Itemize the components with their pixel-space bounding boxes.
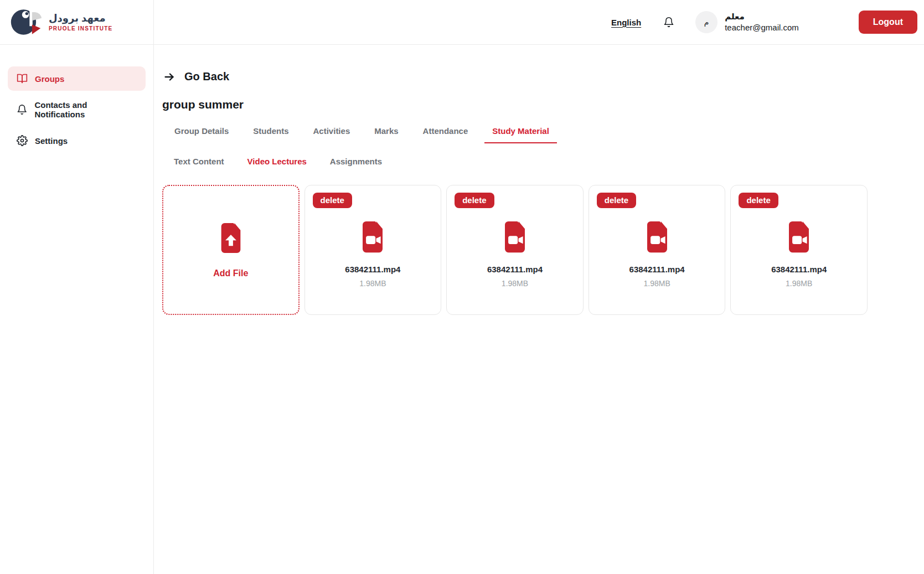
notifications-bell-button[interactable] bbox=[663, 17, 674, 28]
delete-file-button[interactable]: delete bbox=[597, 193, 636, 208]
sidebar-nav: Groups Contacts and Notifications Settin… bbox=[0, 45, 153, 153]
video-file-icon bbox=[784, 220, 814, 254]
add-file-label: Add File bbox=[213, 268, 248, 278]
app-window: معهد برودل PRUOLE INSTITUTE Groups Conta… bbox=[0, 0, 924, 574]
video-file-card: delete 63842111.mp4 1.98MB bbox=[730, 185, 868, 315]
delete-file-button[interactable]: delete bbox=[739, 193, 778, 208]
sidebar: معهد برودل PRUOLE INSTITUTE Groups Conta… bbox=[0, 0, 154, 574]
sidebar-item-contacts-notifications[interactable]: Contacts and Notifications bbox=[8, 97, 146, 122]
file-upload-icon bbox=[216, 222, 245, 254]
file-name: 63842111.mp4 bbox=[629, 265, 685, 274]
tab-attendance[interactable]: Attendance bbox=[411, 126, 481, 143]
tab-activities[interactable]: Activities bbox=[301, 126, 363, 143]
brand-name-arabic: معهد برودل bbox=[49, 13, 106, 24]
sidebar-item-label: Groups bbox=[35, 74, 64, 84]
arrow-right-icon bbox=[162, 71, 177, 83]
delete-file-button[interactable]: delete bbox=[455, 193, 494, 208]
file-name: 63842111.mp4 bbox=[771, 265, 827, 274]
group-tabs: Group Details Students Activities Marks … bbox=[162, 126, 924, 143]
language-switch-link[interactable]: English bbox=[611, 18, 641, 27]
file-size: 1.98MB bbox=[643, 279, 670, 288]
bell-icon bbox=[663, 17, 674, 28]
tab-group-details[interactable]: Group Details bbox=[162, 126, 241, 143]
brand-logo: معهد برودل PRUOLE INSTITUTE bbox=[0, 0, 153, 45]
sidebar-item-label: Settings bbox=[35, 136, 68, 146]
sidebar-item-settings[interactable]: Settings bbox=[8, 128, 146, 153]
gear-icon bbox=[17, 135, 28, 146]
bell-icon bbox=[17, 104, 27, 115]
file-size: 1.98MB bbox=[786, 279, 812, 288]
toucan-logo-icon bbox=[10, 6, 42, 38]
logout-button[interactable]: Logout bbox=[859, 11, 917, 34]
sidebar-item-label: Contacts and Notifications bbox=[34, 100, 137, 119]
tab-study-material[interactable]: Study Material bbox=[480, 126, 561, 143]
subtab-assignments[interactable]: Assignments bbox=[318, 157, 394, 166]
sidebar-item-groups[interactable]: Groups bbox=[8, 66, 146, 91]
files-grid: Add File delete 63842111.mp4 1.98MB dele… bbox=[162, 185, 868, 315]
file-name: 63842111.mp4 bbox=[345, 265, 400, 274]
tab-marks[interactable]: Marks bbox=[362, 126, 410, 143]
user-info: معلم teacher@gmail.com bbox=[725, 11, 799, 34]
study-material-subtabs: Text Content Video Lectures Assignments bbox=[162, 157, 924, 166]
video-file-icon bbox=[358, 220, 388, 254]
avatar-initial: م bbox=[704, 18, 709, 27]
file-size: 1.98MB bbox=[359, 279, 386, 288]
file-size: 1.98MB bbox=[502, 279, 528, 288]
video-file-card: delete 63842111.mp4 1.98MB bbox=[446, 185, 584, 315]
main-content: Go Back group summer Group Details Stude… bbox=[154, 45, 924, 574]
tab-students[interactable]: Students bbox=[241, 126, 301, 143]
book-open-icon bbox=[17, 73, 28, 84]
brand-text: معهد برودل PRUOLE INSTITUTE bbox=[49, 13, 112, 32]
add-file-dropzone[interactable]: Add File bbox=[162, 185, 300, 315]
go-back-button[interactable]: Go Back bbox=[162, 70, 229, 83]
user-name: معلم bbox=[725, 11, 745, 22]
page-title: group summer bbox=[162, 98, 924, 111]
video-file-icon bbox=[500, 220, 530, 254]
subtab-text-content[interactable]: Text Content bbox=[162, 157, 236, 166]
file-name: 63842111.mp4 bbox=[487, 265, 543, 274]
video-file-card: delete 63842111.mp4 1.98MB bbox=[589, 185, 726, 315]
top-header: English م معلم teacher@gmail.com Logout bbox=[154, 0, 924, 45]
delete-file-button[interactable]: delete bbox=[313, 193, 352, 208]
avatar[interactable]: م bbox=[695, 11, 717, 33]
video-file-card: delete 63842111.mp4 1.98MB bbox=[304, 185, 442, 315]
video-file-icon bbox=[642, 220, 672, 254]
brand-name-english: PRUOLE INSTITUTE bbox=[49, 25, 112, 32]
user-email: teacher@gmail.com bbox=[725, 22, 799, 33]
go-back-label: Go Back bbox=[184, 70, 229, 83]
subtab-video-lectures[interactable]: Video Lectures bbox=[236, 157, 318, 166]
